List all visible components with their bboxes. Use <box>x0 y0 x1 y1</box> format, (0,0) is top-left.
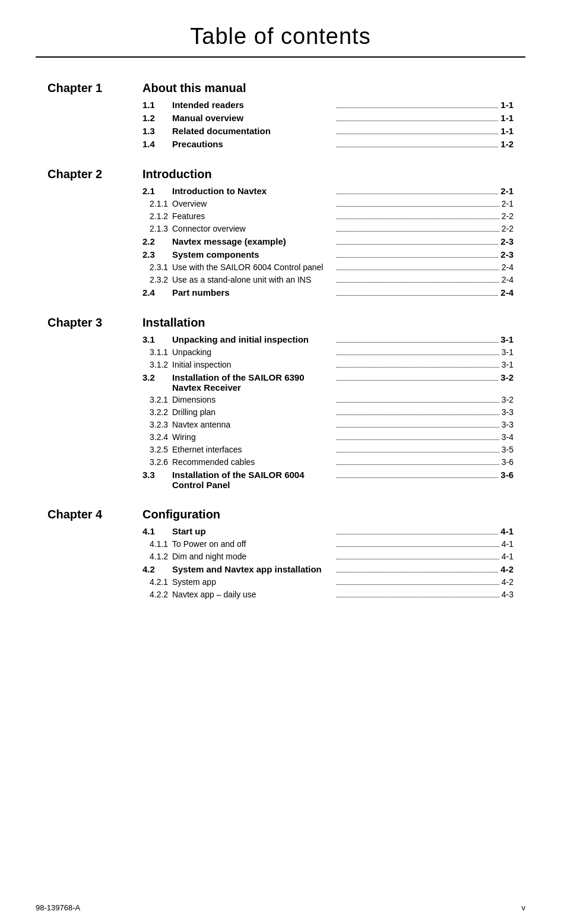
entry-text: Ethernet interfaces <box>172 445 334 454</box>
chapter-label-3: Chapter 3 <box>47 316 142 330</box>
entry-text: Installation of the SAILOR 6390 Navtex R… <box>172 372 334 393</box>
entry-page: 3-1 <box>500 334 514 344</box>
entry-dots <box>337 355 499 355</box>
chapter-label-4: Chapter 4 <box>47 508 142 521</box>
chapter-title-2: Introduction <box>142 167 212 181</box>
footer-doc-number: 98-139768-A <box>36 903 80 912</box>
chapter-block-4: Chapter 4Configuration4.1Start up4-14.1.… <box>47 508 514 600</box>
entry-dots <box>337 295 499 296</box>
toc-entry: 4.2.2Navtex app – daily use4-3 <box>142 590 514 600</box>
toc-entry: 1.1Intended readers1-1 <box>142 100 514 110</box>
entry-dots <box>337 559 499 559</box>
entry-number: 2.4 <box>142 287 172 298</box>
entry-number: 4.2.1 <box>142 577 172 587</box>
entry-number: 4.2 <box>142 564 172 574</box>
entry-text: To Power on and off <box>172 539 334 549</box>
entry-dots <box>337 270 499 270</box>
entry-dots <box>337 597 499 597</box>
entry-page: 3-4 <box>502 432 514 442</box>
entry-page: 3-2 <box>500 372 514 382</box>
entry-text: Recommended cables <box>172 457 334 467</box>
toc-entry: 2.4Part numbers2-4 <box>142 287 514 298</box>
toc-entry: 3.1Unpacking and initial inspection3-1 <box>142 334 514 345</box>
title-section: Table of contents <box>36 24 525 58</box>
chapter-block-2: Chapter 2Introduction2.1Introduction to … <box>47 167 514 298</box>
entry-text: Unpacking <box>172 347 334 357</box>
toc-entry: 3.2.1Dimensions3-2 <box>142 395 514 405</box>
entry-text: Installation of the SAILOR 6004 Control … <box>172 470 334 490</box>
toc-entry: 1.2Manual overview1-1 <box>142 113 514 124</box>
entry-number: 2.1 <box>142 186 172 196</box>
entry-page: 3-5 <box>502 445 514 454</box>
entry-dots <box>337 439 499 440</box>
entry-dots <box>337 107 499 108</box>
chapter-title-4: Configuration <box>142 508 220 521</box>
toc-entry: 2.1.2Features2-2 <box>142 211 514 221</box>
entry-page: 2-2 <box>502 224 514 233</box>
entry-page: 3-3 <box>502 407 514 417</box>
entry-page: 3-2 <box>502 395 514 404</box>
entry-page: 1-1 <box>500 126 514 136</box>
page-footer: 98-139768-A v <box>36 903 525 912</box>
toc-entry: 1.3Related documentation1-1 <box>142 126 514 137</box>
entries-section-3: 3.1Unpacking and initial inspection3-13.… <box>47 334 514 490</box>
entry-dots <box>337 546 499 547</box>
entry-page: 3-1 <box>502 347 514 357</box>
entry-number: 4.1.2 <box>142 552 172 561</box>
entry-page: 3-3 <box>502 420 514 429</box>
entry-dots <box>337 206 499 207</box>
chapter-header-4: Chapter 4Configuration <box>47 508 514 521</box>
entry-dots <box>337 194 499 194</box>
entry-text: Dim and night mode <box>172 552 334 561</box>
entry-number: 2.2 <box>142 236 172 246</box>
toc-entry: 4.2.1System app4-2 <box>142 577 514 587</box>
toc-body: Chapter 1About this manual1.1Intended re… <box>36 81 525 600</box>
entry-page: 4-1 <box>502 539 514 549</box>
entry-dots <box>337 534 499 534</box>
chapter-label-2: Chapter 2 <box>47 167 142 181</box>
entry-text: Connector overview <box>172 224 334 233</box>
entry-text: Overview <box>172 199 334 208</box>
entry-page: 1-1 <box>500 113 514 123</box>
toc-entry: 3.3Installation of the SAILOR 6004 Contr… <box>142 470 514 490</box>
entry-dots <box>337 464 499 465</box>
entries-section-1: 1.1Intended readers1-11.2Manual overview… <box>47 100 514 150</box>
toc-entry: 3.1.2Initial inspection3-1 <box>142 360 514 370</box>
entry-dots <box>337 402 499 403</box>
entry-number: 1.1 <box>142 100 172 110</box>
toc-entry: 1.4Precautions1-2 <box>142 139 514 150</box>
entry-number: 3.2.1 <box>142 395 172 404</box>
toc-entry: 2.1.3Connector overview2-2 <box>142 224 514 234</box>
entry-text: Features <box>172 211 334 221</box>
entry-page: 2-4 <box>502 275 514 284</box>
entry-text: Navtex antenna <box>172 420 334 429</box>
entry-text: System app <box>172 577 334 587</box>
entry-dots <box>337 121 499 121</box>
entry-text: Navtex app – daily use <box>172 590 334 599</box>
entry-text: Unpacking and initial inspection <box>172 334 334 344</box>
page-title: Table of contents <box>36 24 525 49</box>
entry-number: 3.2.5 <box>142 445 172 454</box>
entry-page: 4-3 <box>502 590 514 599</box>
toc-entry: 4.1.2Dim and night mode4-1 <box>142 552 514 562</box>
entry-page: 1-2 <box>500 139 514 149</box>
entry-text: Navtex message (example) <box>172 236 334 246</box>
entry-page: 3-6 <box>500 470 514 480</box>
entry-number: 3.3 <box>142 470 172 480</box>
toc-entry: 4.1.1To Power on and off4-1 <box>142 539 514 549</box>
entry-dots <box>337 134 499 134</box>
entry-text: System and Navtex app installation <box>172 564 334 574</box>
entry-text: Related documentation <box>172 126 334 136</box>
entry-dots <box>337 231 499 232</box>
entry-page: 2-3 <box>500 249 514 260</box>
toc-entry: 2.3.2Use as a stand-alone unit with an I… <box>142 275 514 285</box>
entry-text: Intended readers <box>172 100 334 110</box>
entry-page: 2-1 <box>502 199 514 208</box>
entry-text: Initial inspection <box>172 360 334 369</box>
entry-dots <box>337 257 499 258</box>
entry-dots <box>337 427 499 428</box>
toc-entry: 2.1Introduction to Navtex2-1 <box>142 186 514 197</box>
entry-number: 3.2.2 <box>142 407 172 417</box>
entry-dots <box>337 477 499 478</box>
entry-number: 3.2 <box>142 372 172 382</box>
